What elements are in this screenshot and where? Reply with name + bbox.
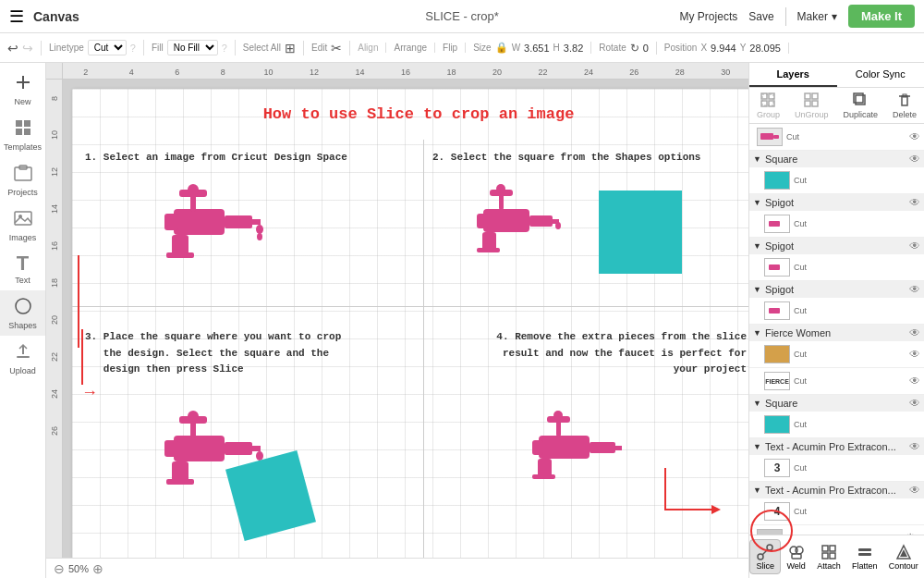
layer-thumb bbox=[764, 215, 790, 233]
blank-canvas-item[interactable]: Blank Canvas ⚙ bbox=[749, 525, 924, 535]
svg-rect-68 bbox=[769, 221, 780, 227]
sidebar-item-upload[interactable]: Upload bbox=[0, 336, 45, 381]
eye-icon[interactable]: 👁 bbox=[909, 348, 920, 361]
eye-icon[interactable]: 👁 bbox=[909, 326, 920, 339]
layer-group-square-2[interactable]: ▼ Square 👁 bbox=[749, 395, 924, 412]
edit-group: Edit ✂ bbox=[311, 41, 350, 55]
layer-cut-label: Cut bbox=[794, 507, 920, 516]
layer-group-fierce-women[interactable]: ▼ Fierce Women 👁 bbox=[749, 325, 924, 341]
layer-item-text2-cut[interactable]: 4 Cut bbox=[749, 498, 924, 525]
expand-arrow: ▼ bbox=[753, 399, 761, 408]
eye-icon[interactable]: 👁 bbox=[909, 484, 920, 497]
new-label: New bbox=[14, 97, 30, 106]
layer-group-spigot-3[interactable]: ▼ Spigot 👁 bbox=[749, 281, 924, 298]
svg-rect-45 bbox=[590, 442, 615, 453]
undo-button[interactable]: ↩ bbox=[7, 41, 18, 55]
tab-color-sync[interactable]: Color Sync bbox=[837, 63, 925, 87]
duplicate-button[interactable]: Duplicate bbox=[843, 92, 878, 119]
layer-item-fierce-2[interactable]: FIERCE Cut 👁 bbox=[749, 368, 924, 395]
eye-icon[interactable]: 👁 bbox=[909, 283, 920, 296]
width-value[interactable]: 3.651 bbox=[524, 43, 550, 54]
rotate-value[interactable]: 0 bbox=[643, 43, 649, 54]
attach-tool[interactable]: Attach bbox=[811, 540, 846, 573]
eye-icon[interactable]: 👁 bbox=[909, 196, 920, 209]
ungroup-button[interactable]: UnGroup bbox=[795, 92, 829, 119]
svg-rect-22 bbox=[166, 252, 194, 258]
eye-icon[interactable]: 👁 bbox=[909, 440, 920, 453]
flatten-tool[interactable]: Flatten bbox=[846, 540, 883, 573]
layer-item-spigot1-cut[interactable]: Cut bbox=[749, 211, 924, 238]
redo-button[interactable]: ↪ bbox=[22, 41, 33, 55]
duplicate-icon bbox=[852, 92, 869, 108]
eye-icon[interactable]: 👁 bbox=[909, 153, 920, 166]
save-button[interactable]: Save bbox=[748, 10, 773, 23]
fill-select[interactable]: No Fill bbox=[167, 40, 218, 55]
layer-group-text-acumin-1[interactable]: ▼ Text - Acumin Pro Extracon... 👁 bbox=[749, 438, 924, 455]
layer-group-spigot-1[interactable]: ▼ Spigot 👁 bbox=[749, 194, 924, 211]
slice-tool[interactable]: Slice bbox=[749, 539, 781, 574]
select-all-button[interactable]: ⊞ bbox=[285, 41, 296, 55]
edit-button[interactable]: ✂ bbox=[331, 41, 342, 55]
eye-icon[interactable]: 👁 bbox=[909, 130, 920, 143]
canvas-wrapper: 2 4 6 8 10 12 14 16 18 20 22 24 26 28 30… bbox=[46, 63, 748, 578]
white-canvas[interactable]: How to use Slice to crop an image 1. Sel… bbox=[72, 89, 748, 558]
maker-button[interactable]: Maker ▾ bbox=[797, 10, 837, 23]
fill-info: ? bbox=[222, 43, 227, 54]
divider bbox=[785, 7, 786, 26]
canvas-scroll[interactable]: How to use Slice to crop an image 1. Sel… bbox=[63, 80, 748, 558]
chevron-down-icon: ▾ bbox=[832, 10, 837, 23]
layer-item-square-cut[interactable]: Cut bbox=[749, 167, 924, 194]
svg-rect-1 bbox=[22, 76, 24, 89]
layer-group-spigot-2[interactable]: ▼ Spigot 👁 bbox=[749, 238, 924, 254]
layer-item-spigot3-cut[interactable]: Cut bbox=[749, 298, 924, 325]
layer-item-text1-cut[interactable]: 3 Cut bbox=[749, 455, 924, 482]
sidebar-item-projects[interactable]: Projects bbox=[0, 157, 45, 203]
eye-icon[interactable]: 👁 bbox=[909, 397, 920, 410]
contour-tool[interactable]: Contour bbox=[883, 540, 924, 573]
make-it-button[interactable]: Make It bbox=[848, 5, 915, 28]
hamburger-icon[interactable]: ☰ bbox=[9, 6, 24, 27]
delete-button[interactable]: Delete bbox=[893, 92, 917, 119]
my-projects-button[interactable]: My Projects bbox=[680, 10, 738, 23]
flip-label: Flip bbox=[443, 43, 457, 53]
sidebar-item-new[interactable]: New bbox=[0, 67, 45, 112]
projects-label: Projects bbox=[7, 188, 38, 197]
layer-group-square-1[interactable]: ▼ Square 👁 bbox=[749, 151, 924, 167]
layer-item-square2-cut[interactable]: Cut bbox=[749, 412, 924, 438]
flip-group: Flip bbox=[443, 43, 466, 53]
weld-tool[interactable]: Weld bbox=[781, 540, 810, 573]
sidebar-item-shapes[interactable]: Shapes bbox=[0, 290, 45, 336]
linetype-label: Linetype bbox=[49, 43, 84, 53]
y-value[interactable]: 28.095 bbox=[749, 43, 781, 54]
step3-text: 3. Place the square where you want to cr… bbox=[85, 329, 341, 378]
eye-icon[interactable]: 👁 bbox=[909, 375, 920, 387]
expand-arrow: ▼ bbox=[753, 486, 761, 495]
sidebar-item-images[interactable]: Images bbox=[0, 203, 45, 248]
layer-cut-label: Cut bbox=[794, 219, 920, 228]
zoom-out-button[interactable]: ⊖ bbox=[54, 561, 65, 576]
svg-point-30 bbox=[555, 222, 561, 229]
layer-item-fierce-1[interactable]: Cut 👁 bbox=[749, 341, 924, 368]
layer-item-cut-top[interactable]: Cut 👁 bbox=[749, 124, 924, 151]
sidebar-item-text[interactable]: T Text bbox=[0, 248, 45, 290]
height-value[interactable]: 3.82 bbox=[564, 43, 583, 54]
layer-group-name: Square bbox=[765, 398, 909, 409]
svg-rect-66 bbox=[760, 135, 764, 139]
layer-item-spigot2-cut[interactable]: Cut bbox=[749, 254, 924, 281]
new-icon bbox=[13, 72, 33, 95]
layer-group-text-acumin-2[interactable]: ▼ Text - Acumin Pro Extracon... 👁 bbox=[749, 482, 924, 498]
group-button[interactable]: Group bbox=[757, 92, 780, 119]
edit-label: Edit bbox=[311, 43, 327, 53]
eye-icon[interactable]: 👁 bbox=[909, 240, 920, 252]
svg-rect-69 bbox=[769, 264, 780, 270]
faucet-2 bbox=[469, 177, 562, 282]
svg-rect-59 bbox=[805, 101, 810, 106]
sidebar-item-templates[interactable]: Templates bbox=[0, 112, 45, 157]
x-value[interactable]: 9.944 bbox=[711, 43, 736, 54]
zoom-level[interactable]: 50% bbox=[68, 563, 89, 574]
linetype-group: Linetype Cut ? bbox=[49, 40, 144, 55]
tab-layers[interactable]: Layers bbox=[749, 63, 837, 87]
zoom-in-button[interactable]: ⊕ bbox=[92, 561, 103, 576]
position-label: Position bbox=[664, 43, 698, 53]
linetype-select[interactable]: Cut bbox=[88, 40, 127, 55]
